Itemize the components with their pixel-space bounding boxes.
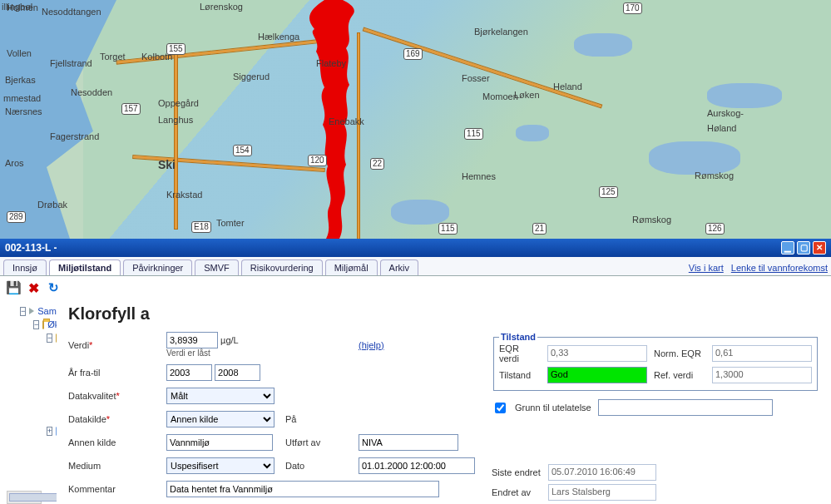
select-datakvalitet[interactable]: Målt	[166, 388, 275, 404]
save-icon[interactable]: 💾	[7, 281, 20, 294]
maximize-button[interactable]: ▢	[797, 241, 810, 254]
map-town-label: Aros	[5, 158, 24, 168]
map-lake	[707, 83, 782, 108]
minimize-button[interactable]: ▁	[781, 241, 794, 254]
value-eqr: 0,33	[547, 345, 647, 362]
map-town-label: Nesoddtangen	[42, 7, 101, 17]
value-siste-endret: 05.07.2010 16:06:49	[548, 464, 656, 481]
label-aar: År fra-til	[68, 368, 160, 378]
map-lake	[649, 141, 740, 175]
map-town-label: Heland	[553, 82, 582, 91]
map-lake	[391, 200, 449, 225]
label-verdi: Verdi	[68, 340, 160, 350]
map-town-label: Bjørkelangen	[474, 27, 528, 37]
form-panel: Klorofyll a Verdi µg/L Verdi er låst (hj…	[57, 299, 831, 504]
link-vannforekomst[interactable]: Lenke til vannforekomst	[731, 263, 828, 273]
map-town-label: Aurskog-	[707, 108, 744, 118]
tab-risiko[interactable]: Risikovurdering	[241, 259, 323, 275]
input-verdi[interactable]	[166, 332, 218, 348]
map-lake	[516, 125, 549, 141]
tab-pavirkninger[interactable]: Påvirkninger	[123, 259, 192, 275]
toolbar: 💾 ✖ ↻	[0, 276, 831, 299]
map-town-label: Oppegård	[158, 98, 199, 108]
label-pa: På	[285, 414, 352, 424]
input-dato[interactable]	[359, 457, 475, 474]
road-shield: 22	[370, 158, 384, 170]
road-shield: E18	[191, 221, 211, 233]
link-vis-i-kart[interactable]: Vis i kart	[689, 263, 724, 273]
label-ds: Datakilde	[68, 414, 160, 424]
road-shield: 120	[308, 155, 327, 166]
map-town-label: Rømskog	[632, 215, 671, 225]
label-tilstand: Tilstand	[499, 370, 541, 380]
note-verdi: Verdi er låst	[166, 348, 279, 358]
value-normeqr: 0,61	[712, 345, 812, 362]
tilstand-box: Tilstand EQR verdi 0,33 Norm. EQR 0,61 T…	[493, 332, 818, 391]
tab-innsjo[interactable]: Innsjø	[3, 259, 47, 275]
map-town-label: Flateby	[316, 58, 346, 68]
window-title: 002-113-L -	[5, 242, 57, 254]
delete-icon[interactable]: ✖	[27, 281, 40, 294]
map-town-label: Langhus	[158, 115, 193, 125]
input-annen-kilde[interactable]	[166, 434, 273, 451]
road-shield: 169	[403, 48, 423, 60]
input-utfort-av[interactable]	[359, 434, 458, 451]
map-town-label: Hælkenga	[258, 32, 299, 42]
map-town-label: Høland	[707, 123, 736, 133]
select-medium[interactable]: Uspesifisert	[166, 457, 275, 474]
tree-item[interactable]: −Økologiske kvalitetselementer	[33, 319, 53, 329]
close-button[interactable]: ✕	[813, 241, 826, 254]
label-utfort: Utført av	[285, 437, 352, 447]
checkbox-utelatelse[interactable]	[495, 403, 506, 413]
tilstand-legend: Tilstand	[499, 332, 537, 342]
tab-smvf[interactable]: SMVF	[195, 259, 239, 275]
label-medium: Medium	[68, 461, 160, 471]
road-shield: 115	[438, 223, 458, 235]
road-shield: 115	[464, 128, 483, 140]
select-datakilde[interactable]: Annen kilde	[166, 411, 275, 427]
map-town-label: Bjerkas	[5, 75, 36, 85]
road-shield: 21	[532, 223, 547, 235]
label-dk: Datakvalitet	[68, 391, 160, 401]
road-shield: 170	[623, 2, 642, 14]
label-normeqr: Norm. EQR	[654, 348, 705, 358]
map-town-label: Krakstad	[166, 190, 202, 200]
tree-item[interactable]: −Biologiske	[47, 333, 53, 343]
road-shield: 157	[121, 103, 141, 115]
road-shield: 154	[233, 145, 252, 156]
tree-horizontal-scrollbar[interactable]	[7, 491, 42, 504]
tab-miljomal[interactable]: Miljømål	[325, 259, 378, 275]
label-ak: Annen kilde	[68, 437, 160, 447]
map-town-label: Tomter	[216, 218, 245, 228]
label-grunn: Grunn til utelatelse	[515, 403, 591, 413]
tab-arkiv[interactable]: Arkiv	[380, 259, 418, 275]
link-help[interactable]: (hjelp)	[359, 340, 475, 350]
input-aar-fra[interactable]	[166, 364, 212, 381]
unit: µg/L	[220, 335, 239, 345]
road-shield: 155	[166, 43, 185, 55]
input-kommentar[interactable]	[166, 481, 439, 497]
map-town-label: Rømskog	[695, 170, 734, 180]
road-shield: 126	[705, 223, 725, 235]
tree-item[interactable]: −Samlet tilstand	[20, 306, 53, 316]
refresh-icon[interactable]: ↻	[47, 281, 60, 294]
map-town-label: Momoen	[482, 91, 518, 101]
label-siste-endret: Siste endret	[492, 467, 542, 477]
tree-panel[interactable]: −Samlet tilstand −Økologiske kvalitetsel…	[0, 299, 57, 504]
tree-item[interactable]: +Hydromorfologiske	[47, 426, 53, 436]
map-town-label: Fjellstrand	[50, 58, 92, 68]
map-town-label: Vollen	[7, 48, 32, 58]
map-area[interactable]: HolmenNesoddtangenLørenskogBjørkelangenF…	[0, 0, 831, 239]
road-shield: 125	[599, 186, 618, 198]
map-town-label: Ski	[158, 158, 176, 171]
label-endret-av: Endret av	[492, 487, 542, 497]
label-dato: Dato	[285, 461, 352, 471]
map-town-label: Siggerud	[233, 72, 270, 82]
input-aar-til[interactable]	[215, 364, 260, 381]
tab-miljotilstand[interactable]: Miljøtilstand	[49, 259, 121, 275]
map-town-label: Enebakk	[329, 116, 364, 126]
map-road	[175, 46, 177, 229]
input-grunn[interactable]	[598, 399, 773, 416]
value-tilstand: God	[547, 367, 647, 383]
map-town-label: Lørenskog	[200, 2, 243, 12]
